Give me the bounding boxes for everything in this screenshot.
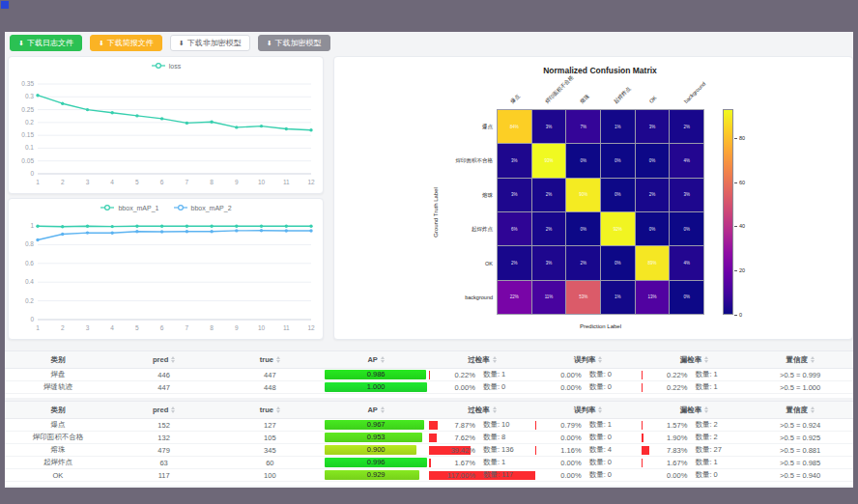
cm-cell-value: 11% bbox=[545, 294, 554, 299]
cm-cell: 3% bbox=[636, 110, 670, 143]
ap-value: 1.000 bbox=[325, 382, 427, 392]
sort-caret-icon[interactable] bbox=[704, 356, 708, 363]
cm-cell-value: 1% bbox=[615, 294, 621, 299]
column-header-true[interactable]: true bbox=[217, 402, 324, 418]
sort-caret-icon[interactable] bbox=[381, 356, 385, 363]
column-header-label: 类别 bbox=[50, 355, 65, 365]
column-header-pred[interactable]: pred bbox=[111, 402, 217, 418]
cm-cell: 6% bbox=[498, 212, 531, 245]
pred-cell: 479 bbox=[111, 444, 217, 456]
sort-caret-icon[interactable] bbox=[493, 406, 497, 413]
rate-value: 0.00% bbox=[543, 434, 582, 442]
column-header-ap[interactable]: AP bbox=[323, 402, 429, 418]
svg-text:8: 8 bbox=[210, 179, 214, 185]
sort-desc-icon bbox=[811, 360, 815, 363]
download-encrypted-model-button[interactable]: ⬇下载加密模型 bbox=[258, 35, 330, 51]
cm-cell-value: 2% bbox=[511, 261, 518, 266]
sort-caret-icon[interactable] bbox=[598, 406, 602, 413]
cm-y-axis-label-text: Ground Truth Label bbox=[433, 187, 439, 238]
sort-caret-icon[interactable] bbox=[381, 406, 385, 413]
true-cell: 60 bbox=[217, 457, 324, 468]
colorbar-tick-label: 40 bbox=[739, 223, 745, 229]
rate-value: 0.00% bbox=[543, 383, 582, 392]
cm-cell: 3% bbox=[532, 110, 566, 143]
column-header-true[interactable]: true bbox=[217, 351, 324, 368]
rate-bar bbox=[642, 383, 643, 392]
confidence-cell: >0.5 = 0.999 bbox=[747, 369, 853, 380]
sort-caret-icon[interactable] bbox=[171, 356, 175, 363]
svg-text:0: 0 bbox=[30, 316, 34, 322]
sort-caret-icon[interactable] bbox=[276, 406, 280, 413]
rate-count: 数量: 2 bbox=[695, 433, 739, 442]
download-plain-model-button[interactable]: ⬇下载非加密模型 bbox=[170, 35, 250, 51]
table-row: 焊盘4464470.9860.22%数量: 10.00%数量: 00.22%数量… bbox=[5, 369, 853, 381]
sort-asc-icon bbox=[381, 406, 385, 409]
column-header-conf[interactable]: 置信度 bbox=[747, 402, 853, 418]
cm-cell: 2% bbox=[670, 110, 703, 143]
legend-item-bbox_mAP_1[interactable]: bbox_mAP_1 bbox=[100, 204, 158, 211]
cm-cell-value: 0% bbox=[580, 158, 586, 163]
cm-cell: 0% bbox=[670, 212, 703, 245]
column-header-over[interactable]: 过检率 bbox=[429, 351, 535, 368]
ap-value: 0.996 bbox=[325, 458, 427, 467]
column-header-label: true bbox=[260, 355, 273, 364]
confusion-matrix-card: Normalized Confusion Matrix Ground Truth… bbox=[333, 56, 853, 340]
download-report-button[interactable]: ⬇下载简报文件 bbox=[90, 35, 162, 51]
ap-bar-track: 0.967 bbox=[325, 420, 427, 430]
column-header-conf[interactable]: 置信度 bbox=[747, 351, 853, 368]
column-header-miss[interactable]: 漏检率 bbox=[642, 402, 748, 418]
rate-value: 0.00% bbox=[543, 371, 582, 379]
sort-caret-icon[interactable] bbox=[171, 406, 175, 413]
pred-cell: 132 bbox=[111, 432, 217, 443]
sort-asc-icon bbox=[598, 406, 602, 409]
svg-text:1: 1 bbox=[36, 324, 40, 331]
cm-cell: 3% bbox=[498, 144, 531, 177]
ap-value: 0.953 bbox=[325, 433, 427, 442]
ap-bar-track: 0.953 bbox=[325, 433, 427, 442]
cm-column-label: background bbox=[683, 80, 707, 104]
column-header-mis[interactable]: 误判率 bbox=[535, 402, 642, 418]
sort-caret-icon[interactable] bbox=[598, 356, 602, 363]
svg-text:9: 9 bbox=[235, 179, 239, 185]
column-header-mis[interactable]: 误判率 bbox=[535, 351, 642, 368]
sort-caret-icon[interactable] bbox=[276, 356, 280, 363]
rate-value: 117.00% bbox=[437, 471, 475, 480]
cm-column-label: 熔珠 bbox=[579, 93, 591, 105]
rate-value: 1.67% bbox=[437, 459, 475, 467]
miss-rate-cell: 0.00%数量: 0 bbox=[642, 469, 748, 481]
column-header-label: AP bbox=[367, 355, 377, 364]
cm-y-axis-label: Ground Truth Label bbox=[431, 109, 441, 315]
cm-cell: 53% bbox=[566, 281, 600, 314]
colorbar-tick-label: 0 bbox=[739, 312, 742, 318]
svg-text:0.2: 0.2 bbox=[25, 297, 34, 304]
colorbar-tick-mark bbox=[734, 315, 737, 316]
column-header-miss[interactable]: 漏检率 bbox=[642, 351, 748, 368]
column-header-ap[interactable]: AP bbox=[323, 351, 429, 368]
legend-item-loss[interactable]: loss bbox=[151, 62, 181, 70]
legend-item-bbox_mAP_2[interactable]: bbox_mAP_2 bbox=[173, 204, 232, 211]
toolbar: ⬇下载日志文件⬇下载简报文件⬇下载非加密模型⬇下载加密模型 bbox=[10, 35, 330, 51]
misjudge-rate-cell: 0.00%数量: 0 bbox=[535, 432, 642, 443]
sort-caret-icon[interactable] bbox=[811, 356, 815, 363]
cm-cell-value: 0% bbox=[683, 294, 690, 299]
sort-caret-icon[interactable] bbox=[811, 406, 815, 413]
rate-value: 1.16% bbox=[543, 446, 582, 455]
svg-text:12: 12 bbox=[307, 179, 315, 185]
pred-cell: 446 bbox=[111, 369, 217, 380]
column-header-over[interactable]: 过检率 bbox=[429, 402, 535, 418]
column-header-label: 误判率 bbox=[574, 406, 596, 415]
sort-caret-icon[interactable] bbox=[493, 356, 497, 363]
column-header-pred[interactable]: pred bbox=[111, 351, 217, 368]
ap-value: 0.967 bbox=[325, 420, 427, 430]
sort-caret-icon[interactable] bbox=[704, 406, 708, 413]
rate-count: 数量: 1 bbox=[483, 458, 528, 467]
sort-asc-icon bbox=[704, 406, 708, 409]
download-icon: ⬇ bbox=[18, 40, 24, 46]
ap-bar-track: 0.996 bbox=[325, 458, 427, 467]
column-header-class: 类别 bbox=[5, 351, 111, 368]
over-rate-cell: 117.00%数量: 117 bbox=[429, 469, 535, 481]
button-label: 下载简报文件 bbox=[107, 38, 154, 48]
over-rate-cell: 39.42%数量: 136 bbox=[429, 444, 535, 456]
download-log-button[interactable]: ⬇下载日志文件 bbox=[10, 35, 82, 51]
colorbar-tick-label: 20 bbox=[739, 267, 745, 273]
